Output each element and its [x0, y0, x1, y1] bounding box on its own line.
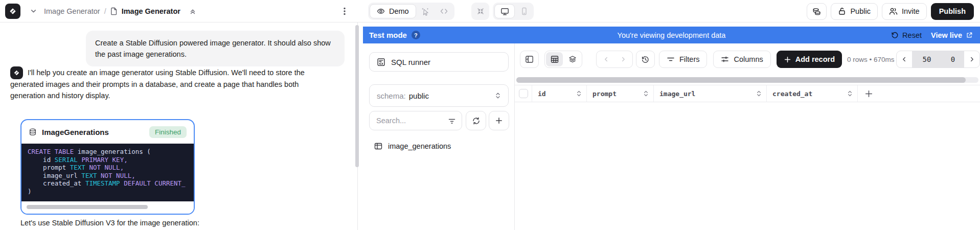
- table-icon: [374, 142, 382, 150]
- breadcrumb-page[interactable]: Image Generator: [122, 7, 180, 15]
- status-badge: Finished: [149, 126, 187, 138]
- add-record-button[interactable]: Add record: [777, 51, 842, 68]
- filters-button[interactable]: Filters: [659, 51, 707, 68]
- sort-icon: [576, 89, 582, 98]
- page-size-control: 50 0: [896, 51, 980, 68]
- desktop-view-button[interactable]: [494, 4, 515, 18]
- preview-panel: Test mode ? You're viewing development d…: [363, 22, 980, 230]
- schema-select-value: public: [409, 91, 429, 100]
- document-icon: [110, 7, 118, 15]
- add-record-label: Add record: [795, 55, 835, 63]
- table-list-item-image_generations[interactable]: image_generations: [369, 139, 510, 154]
- history-button[interactable]: [636, 51, 655, 68]
- code-scrollbar-thumb[interactable]: [27, 205, 148, 209]
- code-mode-button[interactable]: [436, 4, 453, 18]
- credits-button[interactable]: [807, 3, 827, 20]
- prev-page-button[interactable]: [598, 52, 614, 66]
- view-live-link[interactable]: View live: [931, 31, 973, 39]
- publish-button[interactable]: Publish: [931, 3, 974, 20]
- sql-code: CREATE TABLE image_generations ( id SERI…: [21, 144, 194, 201]
- table-creation-card[interactable]: ImageGenerations Finished CREATE TABLE i…: [20, 119, 195, 215]
- page-offset-value[interactable]: 0: [942, 55, 964, 63]
- next-page-button[interactable]: [614, 52, 631, 66]
- cursor-sparkle-icon: [421, 7, 430, 16]
- chevron-right-icon: [968, 56, 975, 63]
- collapse-preview-button[interactable]: [471, 3, 489, 20]
- page-size-values: 50 0: [912, 51, 964, 67]
- grid-toolbar: Filters Columns Add record 0 rows • 670m…: [520, 51, 980, 68]
- table-list: image_generations: [369, 139, 510, 154]
- chevron-left-icon: [901, 56, 908, 63]
- code-line: image_url TEXT NOT NULL,: [28, 172, 188, 180]
- search-filter-icon[interactable]: [448, 117, 456, 125]
- monitor-icon: [500, 7, 509, 16]
- mobile-view-button[interactable]: [516, 4, 532, 18]
- top-bar: Image Generator / Image Generator Demo: [0, 0, 980, 22]
- add-table-button[interactable]: [489, 111, 509, 130]
- refresh-tables-button[interactable]: [466, 111, 486, 130]
- column-label: image_url: [659, 90, 695, 98]
- table-name: image_generations: [388, 142, 451, 150]
- database-icon: [29, 128, 37, 136]
- reset-label: Reset: [902, 31, 922, 39]
- breadcrumb-app[interactable]: Image Generator: [44, 7, 100, 15]
- overflow-menu-button[interactable]: [338, 5, 351, 17]
- logo-diamond-icon: [13, 69, 20, 77]
- invite-button[interactable]: Invite: [882, 3, 927, 20]
- demo-mode-label: Demo: [389, 7, 409, 15]
- view-live-label: View live: [931, 31, 962, 39]
- schema-select[interactable]: schema: public: [369, 84, 509, 107]
- demo-mode-button[interactable]: Demo: [370, 4, 416, 18]
- sql-runner-button[interactable]: SQL runner: [369, 52, 509, 72]
- code-line: created_at TIMESTAMP DEFAULT CURRENT_: [28, 179, 188, 188]
- sql-file-icon: [377, 58, 385, 66]
- users-icon: [889, 7, 898, 15]
- logo-diamond-icon: [8, 7, 17, 16]
- sort-icon: [756, 89, 762, 98]
- public-visibility-button[interactable]: Public: [831, 3, 878, 20]
- collapse-chat-icon[interactable]: [187, 5, 199, 17]
- user-message-text: Create a Stable Diffusion powered image …: [95, 39, 331, 58]
- schema-select-label: schema:: [377, 91, 406, 100]
- page-size-value[interactable]: 50: [912, 55, 942, 63]
- chevron-left-icon: [603, 56, 610, 63]
- app-logo[interactable]: [5, 4, 20, 19]
- test-mode-label: Test mode: [369, 31, 407, 39]
- table-view-button[interactable]: [546, 52, 563, 66]
- schema-view-button[interactable]: [564, 52, 581, 66]
- select-all-checkbox[interactable]: [519, 89, 528, 98]
- plus-icon: [784, 56, 791, 63]
- column-label: created_at: [772, 90, 812, 98]
- grid-horizontal-scrollbar-thumb[interactable]: [516, 77, 966, 83]
- table-grid-icon: [551, 55, 559, 63]
- reset-icon: [891, 31, 899, 39]
- chat-scrollbar[interactable]: [355, 25, 359, 167]
- select-mode-button[interactable]: [417, 4, 435, 18]
- phone-icon: [520, 7, 528, 15]
- columns-label: Columns: [734, 55, 763, 63]
- toggle-sidebar-button[interactable]: [520, 51, 539, 68]
- code-line: ): [28, 188, 188, 196]
- columns-button[interactable]: Columns: [713, 51, 770, 68]
- column-header-image_url[interactable]: image_url: [654, 85, 767, 102]
- eye-icon: [377, 7, 385, 15]
- column-header-prompt[interactable]: prompt: [587, 85, 654, 102]
- plus-icon: [864, 89, 873, 98]
- column-header-created_at[interactable]: created_at: [767, 85, 858, 102]
- code-line: prompt TEXT NOT NULL,: [28, 164, 188, 172]
- page-prev-button[interactable]: [897, 51, 912, 67]
- banner-actions: Reset View live: [891, 31, 980, 39]
- page-next-button[interactable]: [964, 51, 979, 67]
- reset-button[interactable]: Reset: [891, 31, 922, 39]
- workspace-chevron-down-icon[interactable]: [27, 5, 39, 17]
- help-badge[interactable]: ?: [412, 31, 420, 39]
- column-header-id[interactable]: id: [532, 85, 587, 102]
- add-column-button[interactable]: [858, 85, 980, 102]
- code-line: CREATE TABLE image_generations (: [28, 148, 188, 156]
- invite-label: Invite: [902, 7, 920, 15]
- compress-icon: [476, 7, 485, 15]
- app-window: Image Generator / Image Generator Demo: [0, 0, 980, 230]
- kebab-icon: [340, 7, 349, 16]
- user-message-bubble: Create a Stable Diffusion powered image …: [86, 31, 345, 66]
- plus-icon: [495, 117, 503, 125]
